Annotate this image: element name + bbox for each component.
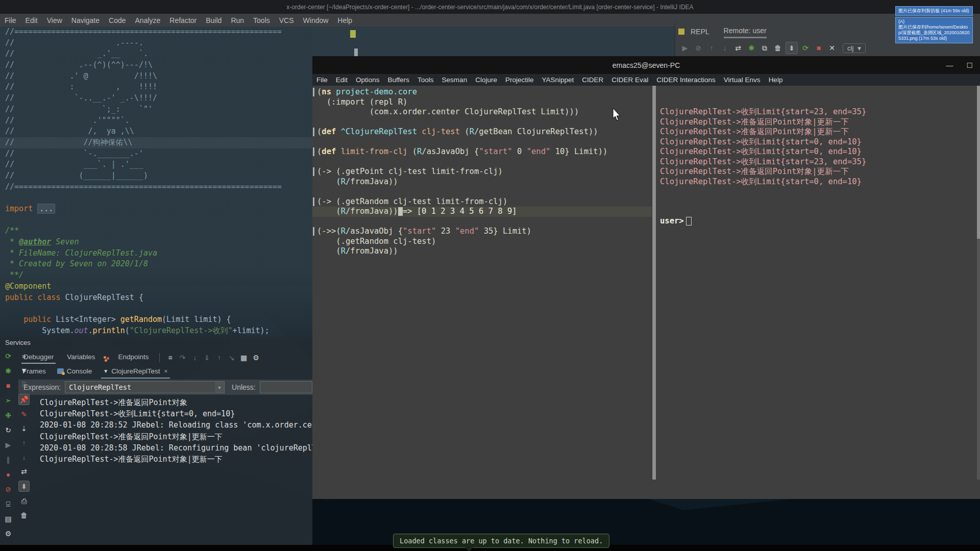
line[interactable]: (R/fromJava)) [312, 246, 652, 257]
line[interactable]: (:import (repl R) [312, 97, 652, 108]
line[interactable]: // `;_: `"' [0, 104, 312, 115]
line[interactable]: // _.'__ `. [0, 48, 312, 60]
intellij-menu-item[interactable]: Refactor [165, 16, 201, 24]
refresh-icon[interactable]: ↻ [3, 425, 13, 435]
line[interactable]: import ... [0, 204, 312, 215]
line[interactable]: ClojureReplTest->准备返回Point对象|更新一下 [655, 127, 977, 137]
emacs-cider-repl-buffer[interactable]: ClojureReplTest->收到Limit{start=23, end=3… [655, 86, 977, 480]
run-icon[interactable]: ▶ [679, 42, 691, 54]
intellij-editor-split[interactable]: // ___`. | .'___// (______|______) [312, 27, 675, 56]
line[interactable]: ClojureReplTest->收到Limit{start=23, end=3… [655, 157, 977, 167]
emacs-menu-item[interactable]: YASnippet [537, 76, 578, 84]
line[interactable] [0, 192, 312, 204]
line[interactable]: System.out.println("ClojureReplTest->收到"… [0, 325, 312, 337]
mute-breakpoints-icon[interactable]: ● [3, 469, 13, 480]
line[interactable]: ClojureReplTest->准备返回Point对象|更新一下 [655, 117, 977, 128]
line[interactable]: ClojureReplTest->准备返回Point对象|更新一下 [40, 454, 312, 465]
mute-pencil-icon[interactable]: ✎ [19, 409, 29, 419]
chevron-right-icon[interactable]: » [19, 351, 29, 361]
unless-input[interactable] [260, 381, 312, 393]
intellij-editor-limit-java[interactable]: //======================================… [0, 27, 312, 337]
line[interactable]: (-> (.getRandom clj-test limit-from-clj) [312, 197, 652, 207]
intellij-menu-item[interactable]: Navigate [67, 16, 104, 24]
debug-bug-icon[interactable]: ❋ [3, 366, 13, 376]
step-down-icon[interactable]: ⇣ [19, 423, 29, 434]
emacs-clojure-buffer[interactable]: (ns project-demo.core (:import (repl R) … [312, 86, 652, 480]
down-icon[interactable]: ↓ [719, 42, 730, 54]
line[interactable]: // /, ya ,\\ [0, 126, 312, 137]
intellij-menu-item[interactable]: File [0, 16, 21, 24]
line[interactable]: (R/fromJava)) => [0 1 2 3 4 5 6 7 8 9] [312, 207, 652, 217]
hamburger-icon[interactable]: ≡ [165, 352, 176, 363]
line[interactable]: (R/fromJava)) [312, 177, 652, 187]
emacs-right-scrollbar[interactable] [977, 86, 980, 480]
restore-layout-icon[interactable]: ⇄ [19, 466, 29, 477]
collapse-icon[interactable]: ▼ [19, 365, 29, 375]
close-icon[interactable]: ✕ [826, 42, 838, 54]
pause-icon[interactable]: ∥ [3, 455, 13, 465]
no-breakpoints-icon[interactable]: ⊘ [3, 484, 13, 494]
line[interactable]: // `-..__.-' _.-\!!!/ [0, 93, 312, 104]
emacs-menu-item[interactable]: CIDER Interactions [652, 76, 720, 84]
notification-2[interactable]: (A) 图片已保存到/home/seven/Desktop/深度截图_选择区域_… [895, 17, 973, 43]
clear-icon[interactable]: 🗑 [19, 510, 29, 520]
line[interactable]: ClojureReplTest->收到Limit{start=0, end=10… [655, 137, 977, 147]
line[interactable]: // ___`. | .'___ [0, 159, 312, 170]
jrebel-rocket-icon[interactable]: ➣ [3, 395, 13, 406]
intellij-menu-item[interactable]: Tools [249, 16, 275, 24]
trash-icon[interactable]: 🗑 [772, 42, 783, 54]
line[interactable]: // (______|______) [0, 170, 312, 182]
line[interactable]: (com.x.order.center ClojureReplTest Limi… [312, 107, 652, 117]
notification-1[interactable]: 图片已保存到剪切板 (41m 59s old) [895, 6, 973, 16]
stop-icon[interactable]: ■ [3, 381, 13, 391]
line[interactable]: 2020-01-08 20:28:52 JRebel: Reloading cl… [40, 419, 312, 431]
intellij-menu-item[interactable]: Code [104, 16, 130, 24]
intellij-menu-item[interactable]: View [42, 16, 67, 24]
intellij-menu-item[interactable]: VCS [275, 16, 299, 24]
line[interactable]: ClojureReplTest->准备返回Point对象|更新一下 [40, 431, 312, 442]
step-out-icon[interactable]: ↑ [214, 352, 225, 363]
up-icon[interactable]: ↑ [706, 42, 717, 54]
line[interactable]: **/ [0, 270, 312, 281]
rerun-icon[interactable]: ⇄ [732, 42, 744, 54]
line[interactable] [312, 157, 652, 167]
refresh-icon[interactable]: ⟳ [800, 42, 811, 54]
rerun-debug-icon[interactable]: ⟳ [3, 351, 13, 361]
line[interactable]: public List<Integer> getRandom(Limit lim… [0, 314, 312, 325]
line[interactable]: (->>(R/asJavaObj {"start" 23 "end" 35} L… [312, 227, 652, 237]
scroll-to-end-icon[interactable]: ⇟ [786, 42, 798, 54]
force-step-into-icon[interactable]: ⇓ [202, 352, 213, 363]
minimize-icon[interactable]: — [946, 61, 953, 69]
run-to-cursor-icon[interactable]: ↘ [226, 352, 237, 363]
step-into-icon[interactable]: ↓ [189, 352, 201, 363]
clj-namespace-combo[interactable]: clj▾ [843, 43, 866, 53]
notification-popup[interactable]: 图片已保存到剪切板 (41m 59s old) (A) 图片已保存到/home/… [895, 6, 973, 44]
intellij-menu-item[interactable]: Window [299, 16, 333, 24]
gear-icon[interactable]: ⚙ [3, 529, 13, 539]
stop-icon[interactable]: ■ [813, 42, 824, 54]
intellij-menu-item[interactable]: Analyze [131, 16, 165, 24]
step-over-icon[interactable]: ↷ [177, 352, 188, 363]
line[interactable]: // `-._______.-' [0, 148, 312, 160]
intellij-menu-item[interactable]: Build [201, 16, 226, 24]
line[interactable]: (def ^ClojureReplTest clj-test (R/getBea… [312, 127, 652, 137]
line[interactable]: // .----. [0, 38, 312, 49]
emacs-menu-item[interactable]: Options [352, 76, 384, 84]
emacs-menu-item[interactable]: CIDER Eval [607, 76, 652, 84]
layout-icon[interactable]: ▤ [3, 514, 13, 524]
emacs-menubar[interactable]: FileEditOptionsBuffersToolsSesmanClojure… [312, 74, 980, 86]
line[interactable]: //======================================… [0, 27, 312, 38]
line[interactable]: // .--(^)(^^)---/!\ [0, 60, 312, 71]
emacs-menu-item[interactable]: CIDER [578, 76, 607, 84]
emacs-menu-item[interactable]: Clojure [471, 76, 501, 84]
line[interactable] [0, 215, 312, 226]
emacs-menu-item[interactable]: Virtual Envs [720, 76, 765, 84]
emacs-menu-item[interactable]: File [312, 76, 332, 84]
copy-icon[interactable]: ⧉ [759, 42, 770, 54]
pin-icon[interactable]: 📌 [18, 394, 30, 405]
line[interactable]: ClojureReplTest->收到Limit{start=23, end=3… [655, 107, 977, 117]
line[interactable] [312, 217, 652, 227]
settings-filter-icon[interactable]: ⚙ [251, 352, 262, 363]
line[interactable]: (-> (.getPoint clj-test limit-from-clj) [312, 167, 652, 177]
editor-scrollbar-thumb[interactable] [354, 48, 358, 56]
